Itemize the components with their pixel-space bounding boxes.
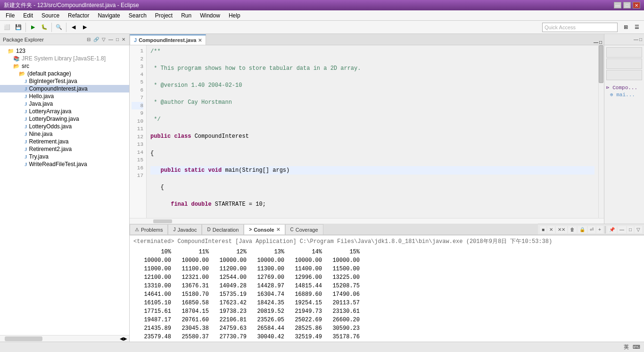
main-layout: Package Explorer ⊟ 🔗 ▽ — □ ✕ 📁123📚JRE Sy… xyxy=(0,34,644,342)
tree-item-compoundinterest.java[interactable]: JCompoundInterest.java xyxy=(0,85,129,92)
save-button[interactable]: 💾 xyxy=(13,22,24,33)
console-cell: 11400.00 xyxy=(284,265,322,273)
console-header: <terminated> CompoundInterest [Java Appl… xyxy=(133,237,640,246)
word-wrap-button[interactable]: ⏎ xyxy=(588,226,595,233)
new-button[interactable]: ⬜ xyxy=(2,22,12,33)
menu-item-source[interactable]: Source xyxy=(38,11,63,20)
tree-item-java.java[interactable]: JJava.java xyxy=(0,100,129,108)
tree-label: 123 xyxy=(16,48,25,54)
menu-item-file[interactable]: File xyxy=(2,11,18,20)
toolbar-sep-2 xyxy=(51,23,52,32)
search-view[interactable] xyxy=(606,70,642,80)
console-tab-close[interactable]: ✕ xyxy=(276,227,280,232)
bottom-tab-problems[interactable]: ⚠ Problems xyxy=(130,224,168,235)
run-button[interactable]: ▶ xyxy=(28,22,38,33)
resize-handle[interactable]: ◀▶ xyxy=(120,336,129,341)
bottom-tabs: ⚠ ProblemsJ JavadocD Declaration> Consol… xyxy=(130,224,538,235)
console-cell: 14428.97 xyxy=(247,282,284,290)
tree-item-retirement2.java[interactable]: JRetirement2.java xyxy=(0,145,129,153)
editor-tabs: J CompoundInterest.java ✕ — □ xyxy=(130,34,604,45)
tree-item-writereadfiletest.java[interactable]: JWriteReadFileTest.java xyxy=(0,160,129,168)
bottom-tab-console[interactable]: > Console✕ xyxy=(244,224,285,235)
tree-item-bigintegertest.java[interactable]: JBigIntegerTest.java xyxy=(0,77,129,85)
terminate-button[interactable]: ■ xyxy=(540,226,546,233)
rpanel-maximize[interactable]: □ xyxy=(639,37,642,42)
console-cell: 22106.81 xyxy=(209,316,247,324)
code-editor[interactable]: 1234567891011121314151617 /** * This pro… xyxy=(130,45,604,218)
menu-item-navigate[interactable]: Navigate xyxy=(94,11,124,20)
debug-button[interactable]: 🐛 xyxy=(39,22,50,33)
view-button[interactable]: ☰ xyxy=(632,22,642,33)
perspective-button[interactable]: ⊞ xyxy=(620,22,631,33)
console-maximize[interactable]: □ xyxy=(627,226,634,233)
code-content[interactable]: /** * This program shows how to store ta… xyxy=(147,45,598,218)
right-panel-content xyxy=(604,45,644,82)
quick-access-box[interactable]: Quick Access xyxy=(542,23,618,32)
code-hscrollbar[interactable] xyxy=(130,218,604,224)
tree-item-src[interactable]: 📂src xyxy=(0,62,129,70)
view-menu-button[interactable]: ▽ xyxy=(101,36,107,42)
clear-console-button[interactable]: 🗑 xyxy=(568,226,577,233)
tree-item-jresystemlibrary[javase-1.8][interactable]: 📚JRE System Library [JavaSE-1.8] xyxy=(0,55,129,62)
console-cell: 13676.31 xyxy=(171,282,209,290)
bottom-tab-coverage[interactable]: C Coverage xyxy=(285,224,323,235)
tree-item-lotterydrawing.java[interactable]: JLotteryDrawing.java xyxy=(0,115,129,123)
console-minimize[interactable]: — xyxy=(618,226,626,233)
remove-all-button[interactable]: ✕✕ xyxy=(556,226,567,233)
menu-item-run[interactable]: Run xyxy=(177,11,195,20)
menu-item-search[interactable]: Search xyxy=(125,11,150,20)
hierarchy-view[interactable] xyxy=(606,59,642,69)
editor-tab-compound[interactable]: J CompoundInterest.java ✕ xyxy=(130,34,206,45)
tree-item-lotteryodds.java[interactable]: JLotteryOdds.java xyxy=(0,123,129,130)
tree-item-try.java[interactable]: JTry.java xyxy=(0,153,129,160)
left-panel-scrollbar[interactable]: ◀▶ xyxy=(0,335,129,342)
console-content[interactable]: <terminated> CompoundInterest [Java Appl… xyxy=(130,235,644,342)
search-button[interactable]: 🔍 xyxy=(54,22,64,33)
close-button[interactable]: ✕ xyxy=(633,2,640,8)
menu-item-help[interactable]: Help xyxy=(225,11,244,20)
code-line-10: final double STARTRATE = 10; xyxy=(150,200,594,209)
collapse-all-button[interactable]: ⊟ xyxy=(86,36,91,42)
link-with-editor-button[interactable]: 🔗 xyxy=(92,36,100,42)
console-view-menu[interactable]: ▽ xyxy=(635,226,642,233)
scroll-lock-button[interactable]: 🔒 xyxy=(578,226,587,233)
toolbar-sep-3 xyxy=(66,23,66,32)
tree-item-(defaultpackage)[interactable]: 📂(default package) xyxy=(0,70,129,77)
maximize-button[interactable]: □ xyxy=(623,2,631,8)
close-panel-button[interactable]: ✕ xyxy=(121,36,126,42)
outline-item-compound[interactable]: ⊳ Compo... xyxy=(606,84,642,91)
editor-panel-maximize[interactable]: □ xyxy=(599,40,602,45)
minimize-panel-button[interactable]: — xyxy=(107,36,114,42)
package-explorer-title: Package Explorer xyxy=(3,37,44,42)
tree-item-retirement.java[interactable]: JRetirement.java xyxy=(0,138,129,145)
tree-item-123[interactable]: 📁123 xyxy=(0,47,129,55)
editor-scrollbar[interactable] xyxy=(598,45,604,218)
forward-button[interactable]: ▶ xyxy=(80,22,90,33)
menu-item-window[interactable]: Window xyxy=(196,11,224,20)
tree-item-hello.java[interactable]: JHello.java xyxy=(0,92,129,100)
code-line-6: public class CompoundInterest xyxy=(150,132,594,141)
minimize-button[interactable]: — xyxy=(614,2,621,8)
remove-button[interactable]: ✕ xyxy=(547,226,555,233)
console-cell: 16850.58 xyxy=(171,299,209,307)
new-console-button[interactable]: + xyxy=(596,226,603,233)
back-button[interactable]: ◀ xyxy=(68,22,79,33)
outline-view[interactable] xyxy=(606,47,642,58)
console-cell: 21949.73 xyxy=(284,307,322,316)
menu-item-project[interactable]: Project xyxy=(151,11,176,20)
editor-panel-minimize[interactable]: — xyxy=(594,40,598,45)
menu-item-edit[interactable]: Edit xyxy=(19,11,37,20)
rpanel-minimize[interactable]: — xyxy=(634,37,638,42)
outline-item-main[interactable]: ⊕ mai... xyxy=(606,91,642,98)
maximize-panel-button[interactable]: □ xyxy=(115,36,120,42)
tree-item-nine.java[interactable]: JNine.java xyxy=(0,130,129,138)
tab-close-button[interactable]: ✕ xyxy=(198,38,202,43)
menu-item-refactor[interactable]: Refactor xyxy=(64,11,93,20)
tree-item-lotteryarray.java[interactable]: JLotteryArray.java xyxy=(0,108,129,115)
pin-console-button[interactable]: 📌 xyxy=(607,226,617,233)
title-text: 新建文件夹 - 123/src/CompoundInterest.java - … xyxy=(4,1,139,9)
code-line-4: * @author Cay Horstmann xyxy=(150,98,594,107)
bottom-tab-declaration[interactable]: D Declaration xyxy=(202,224,244,235)
bottom-tab-javadoc[interactable]: J Javadoc xyxy=(168,224,202,235)
console-cell: 30590.23 xyxy=(322,324,360,333)
